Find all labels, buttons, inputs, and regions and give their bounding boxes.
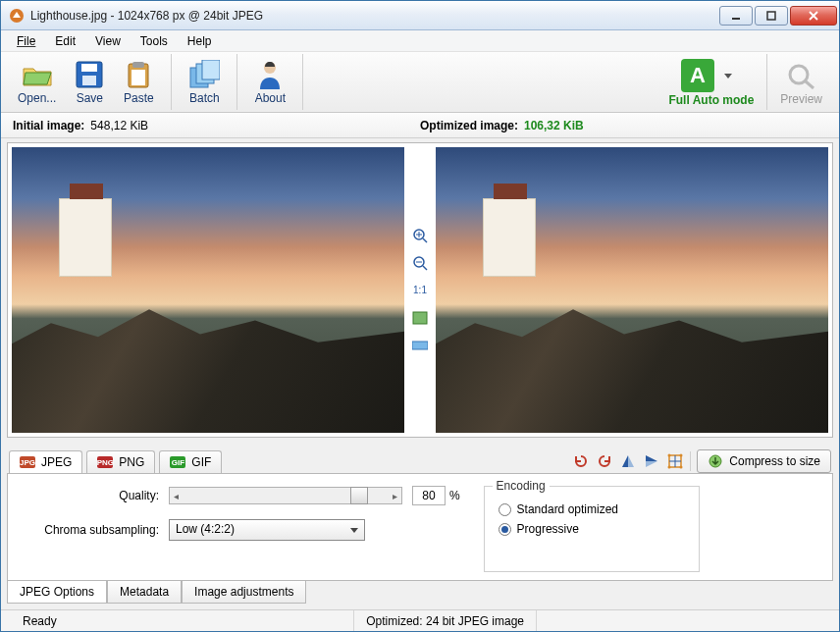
jpeg-badge-icon: JPG <box>20 456 35 468</box>
quality-label: Quality: <box>22 489 159 502</box>
menu-file[interactable]: File <box>9 32 43 50</box>
svg-point-21 <box>668 466 671 469</box>
format-tabs-row: JPG JPEG PNG PNG GIF GIF Compress to siz… <box>1 444 839 473</box>
auto-mode-button[interactable]: A Full Auto mode <box>659 54 762 110</box>
window-title: Lighthouse.jpg - 1024x768 px @ 24bit JPE… <box>30 9 717 23</box>
slider-thumb[interactable] <box>350 487 368 504</box>
fit-window-icon[interactable] <box>411 309 429 327</box>
size-info-bar: Initial image: 548,12 KiB Optimized imag… <box>1 113 839 138</box>
initial-preview-pane[interactable] <box>12 147 404 433</box>
optimized-image <box>436 147 828 433</box>
tab-jpeg[interactable]: JPG JPEG <box>9 450 82 473</box>
optimized-preview-pane[interactable] <box>436 147 828 433</box>
rotate-right-icon[interactable] <box>596 452 613 470</box>
titlebar[interactable]: Lighthouse.jpg - 1024x768 px @ 24bit JPE… <box>1 1 839 30</box>
maximize-button[interactable] <box>755 6 788 26</box>
svg-point-13 <box>790 66 808 83</box>
tab-jpeg-options[interactable]: JPEG Options <box>7 580 107 604</box>
compress-icon <box>708 453 723 469</box>
optimized-size-value: 106,32 KiB <box>524 119 584 132</box>
radio-standard-optimized[interactable]: Standard optimized <box>499 502 685 516</box>
svg-rect-16 <box>413 312 427 324</box>
tab-image-adjustments[interactable]: Image adjustments <box>182 581 306 604</box>
status-ready: Ready <box>11 610 354 631</box>
tab-gif[interactable]: GIF GIF <box>159 450 222 473</box>
initial-size-label: Initial image: <box>13 119 84 132</box>
floppy-icon <box>74 59 105 90</box>
optimized-size-label: Optimized image: <box>420 119 518 132</box>
zoom-1to1-button[interactable]: 1:1 <box>411 282 429 299</box>
statusbar: Ready Optimized: 24 bit JPEG image <box>1 609 839 631</box>
encoding-group: Encoding Standard optimized Progressive <box>484 486 700 572</box>
batch-button[interactable]: Batch <box>180 54 229 108</box>
encoding-legend: Encoding <box>493 479 550 493</box>
quality-slider[interactable] <box>169 487 402 504</box>
bottom-tabs: JPEG Options Metadata Image adjustments <box>7 581 833 604</box>
menubar: File Edit View Tools Help <box>1 30 839 52</box>
batch-icon <box>188 59 220 90</box>
paste-button[interactable]: Paste <box>114 54 163 108</box>
radio-icon <box>499 503 511 516</box>
menu-edit[interactable]: Edit <box>47 32 83 50</box>
svg-rect-7 <box>132 62 144 68</box>
rotate-left-icon[interactable] <box>572 452 590 470</box>
preview-button[interactable]: Preview <box>771 55 831 109</box>
person-icon <box>254 59 286 90</box>
preview-area: 1:1 <box>7 142 833 438</box>
status-optimized: Optimized: 24 bit JPEG image <box>354 610 537 631</box>
minimize-button[interactable] <box>719 6 753 26</box>
zoom-out-icon[interactable] <box>411 254 429 272</box>
svg-rect-1 <box>732 18 740 20</box>
svg-rect-8 <box>131 70 145 85</box>
flip-vertical-icon[interactable] <box>643 452 660 470</box>
zoom-in-icon[interactable] <box>411 227 429 244</box>
svg-point-19 <box>668 454 671 457</box>
tab-png[interactable]: PNG PNG <box>86 450 155 473</box>
app-window: Lighthouse.jpg - 1024x768 px @ 24bit JPE… <box>0 0 840 632</box>
options-panel: Quality: % Chroma subsampling: Low (4:2:… <box>7 473 833 581</box>
toolbar: Open... Save Paste Batch About <box>1 52 839 113</box>
initial-image <box>12 147 404 433</box>
radio-icon <box>499 523 511 536</box>
flip-horizontal-icon[interactable] <box>619 452 637 470</box>
menu-tools[interactable]: Tools <box>132 32 176 50</box>
open-button[interactable]: Open... <box>9 54 65 108</box>
menu-help[interactable]: Help <box>180 32 220 50</box>
svg-rect-5 <box>82 76 96 85</box>
percent-label: % <box>449 489 460 502</box>
chroma-select[interactable]: Low (4:2:2) <box>169 519 365 541</box>
menu-view[interactable]: View <box>87 32 129 50</box>
resize-icon[interactable] <box>666 452 684 470</box>
close-button[interactable] <box>790 6 837 26</box>
radio-progressive[interactable]: Progressive <box>499 522 685 536</box>
initial-size-value: 548,12 KiB <box>90 119 148 132</box>
folder-open-icon <box>22 59 53 90</box>
chroma-label: Chroma subsampling: <box>22 523 159 537</box>
svg-point-20 <box>680 454 683 457</box>
compress-to-size-button[interactable]: Compress to size <box>697 449 831 473</box>
chevron-down-icon <box>724 74 732 79</box>
fit-image-icon[interactable] <box>411 337 429 354</box>
svg-rect-17 <box>412 342 428 349</box>
clipboard-icon <box>123 59 154 90</box>
png-badge-icon: PNG <box>97 456 113 468</box>
svg-rect-2 <box>767 12 775 20</box>
app-icon <box>9 8 25 24</box>
svg-rect-11 <box>202 60 220 79</box>
magnifier-icon <box>786 60 817 91</box>
auto-icon: A <box>681 59 714 92</box>
about-button[interactable]: About <box>245 54 294 108</box>
gif-badge-icon: GIF <box>170 456 185 468</box>
svg-rect-4 <box>81 64 97 72</box>
tab-metadata[interactable]: Metadata <box>107 581 182 604</box>
preview-tools: 1:1 <box>408 147 432 433</box>
quality-input[interactable] <box>412 486 446 505</box>
window-controls <box>717 6 837 26</box>
save-button[interactable]: Save <box>65 54 114 108</box>
svg-point-22 <box>680 466 683 469</box>
